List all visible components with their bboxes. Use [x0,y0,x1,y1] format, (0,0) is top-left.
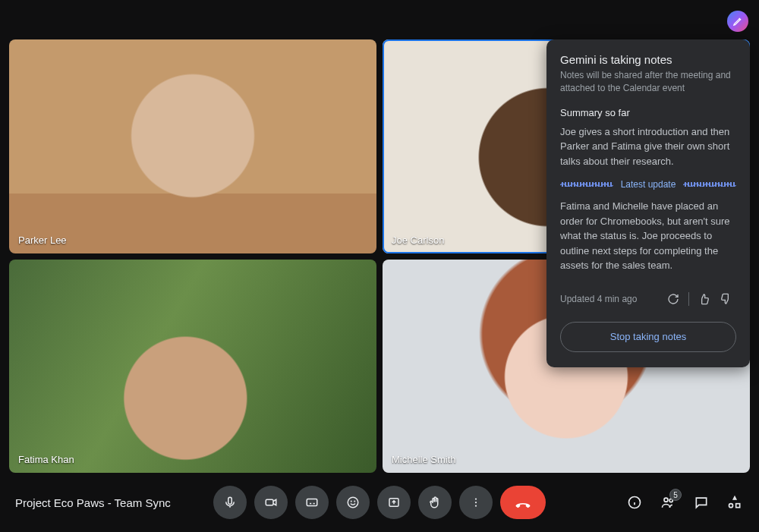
svg-point-4 [351,501,351,502]
right-controls: 5 [625,493,744,512]
leave-call-button[interactable] [500,486,546,519]
people-button[interactable]: 5 [659,493,677,512]
svg-rect-0 [228,497,232,504]
people-count-badge: 5 [669,489,682,501]
participant-name: Joe Carlson [392,235,444,246]
reactions-button[interactable] [336,486,370,519]
call-controls [213,486,546,519]
summary-body: Joe gives a short introduction and then … [560,124,736,169]
activities-button[interactable] [726,493,744,512]
latest-update-body: Fatima and Michelle have placed an order… [560,199,736,273]
stop-taking-notes-button[interactable]: Stop taking notes [560,322,736,352]
svg-point-7 [475,498,477,499]
thumbs-up-icon[interactable] [694,288,715,310]
camera-button[interactable] [254,486,288,519]
latest-update-label: Latest update [621,179,676,190]
captions-button[interactable] [295,486,329,519]
gemini-subtitle: Notes will be shared after the meeting a… [560,69,736,95]
svg-point-3 [348,497,358,508]
present-button[interactable] [377,486,411,519]
svg-point-5 [354,501,355,502]
svg-point-11 [664,498,668,502]
participant-tile[interactable]: Fatima Khan [9,260,376,474]
gemini-panel-footer: Updated 4 min ago [560,285,736,310]
svg-point-13 [729,504,733,508]
participant-name: Parker Lee [18,235,67,246]
latest-update-divider: Latest update [560,179,736,190]
raise-hand-button[interactable] [418,486,452,519]
svg-point-8 [475,502,477,503]
participant-name: Michelle Smith [392,454,456,465]
wave-right-icon [683,182,736,187]
divider [688,292,689,306]
microphone-button[interactable] [213,486,247,519]
meeting-title: Project Eco Paws - Team Sync [15,496,213,509]
meeting-details-button[interactable] [625,493,644,512]
thumbs-down-icon[interactable] [715,288,736,310]
gemini-notes-panel: Gemini is taking notes Notes will be sha… [546,39,750,367]
svg-point-9 [475,505,477,506]
participant-name: Fatima Khan [18,454,74,465]
svg-rect-14 [736,504,740,508]
more-options-button[interactable] [459,486,493,519]
gemini-pencil-button[interactable] [727,11,748,32]
wave-left-icon [560,182,613,187]
svg-rect-2 [307,499,317,506]
gemini-title: Gemini is taking notes [560,53,736,66]
summary-heading: Summary so far [560,107,736,118]
bottom-bar: Project Eco Paws - Team Sync [0,473,759,532]
refresh-icon[interactable] [663,288,684,310]
updated-timestamp: Updated 4 min ago [560,294,637,304]
chat-button[interactable] [692,493,710,512]
svg-rect-1 [266,499,273,505]
participant-tile[interactable]: Parker Lee [9,39,376,253]
